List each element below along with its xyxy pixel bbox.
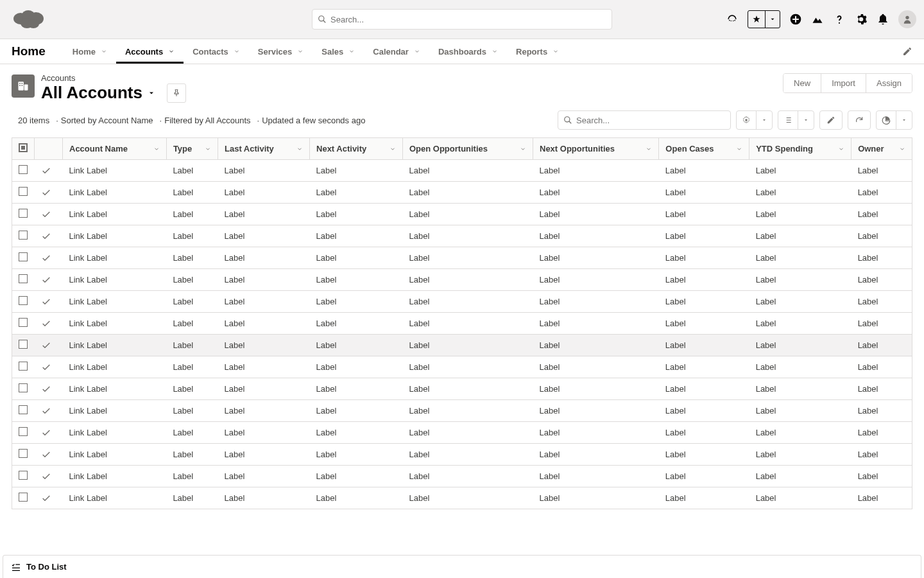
table-row[interactable]: Link LabelLabelLabelLabelLabelLabelLabel… bbox=[12, 313, 912, 335]
chart-menu[interactable] bbox=[876, 110, 912, 130]
column-menu-caret-icon[interactable] bbox=[520, 146, 526, 152]
row-checkbox[interactable] bbox=[19, 296, 28, 305]
import-button[interactable]: Import bbox=[821, 74, 866, 92]
row-checkbox[interactable] bbox=[19, 187, 28, 196]
column-menu-caret-icon[interactable] bbox=[646, 146, 652, 152]
table-row[interactable]: Link LabelLabelLabelLabelLabelLabelLabel… bbox=[12, 335, 912, 356]
column-header[interactable]: Next Opportunities bbox=[533, 138, 659, 160]
row-checkbox[interactable] bbox=[19, 383, 28, 392]
column-menu-caret-icon[interactable] bbox=[205, 146, 211, 152]
table-row[interactable]: Link LabelLabelLabelLabelLabelLabelLabel… bbox=[12, 291, 912, 313]
salesforce-logo-icon[interactable] bbox=[12, 8, 45, 30]
column-menu-caret-icon[interactable] bbox=[296, 146, 303, 152]
new-button[interactable]: New bbox=[783, 74, 821, 92]
table-row[interactable]: Link LabelLabelLabelLabelLabelLabelLabel… bbox=[12, 356, 912, 378]
nav-tab-reports[interactable]: Reports bbox=[507, 39, 568, 64]
table-row[interactable]: Link LabelLabelLabelLabelLabelLabelLabel… bbox=[12, 422, 912, 444]
list-view-selector[interactable]: All Accounts bbox=[41, 83, 155, 103]
row-checkbox[interactable] bbox=[19, 471, 28, 480]
column-header[interactable]: Last Activity bbox=[218, 138, 309, 160]
table-row[interactable]: Link LabelLabelLabelLabelLabelLabelLabel… bbox=[12, 269, 912, 291]
column-header[interactable]: Open Cases bbox=[659, 138, 749, 160]
row-checkbox[interactable] bbox=[19, 427, 28, 436]
caret-down-icon[interactable] bbox=[756, 111, 772, 129]
caret-down-icon[interactable] bbox=[798, 111, 814, 129]
account-name-cell[interactable]: Link Label bbox=[63, 160, 167, 182]
table-view-icon[interactable] bbox=[778, 111, 798, 129]
edit-nav-icon[interactable] bbox=[902, 46, 912, 57]
account-name-cell[interactable]: Link Label bbox=[63, 225, 167, 247]
nav-tab-accounts[interactable]: Accounts bbox=[116, 39, 184, 64]
column-header[interactable]: Owner bbox=[851, 138, 912, 160]
column-menu-caret-icon[interactable] bbox=[838, 146, 844, 152]
column-header[interactable]: Type bbox=[166, 138, 218, 160]
column-header[interactable]: YTD Spending bbox=[749, 138, 851, 160]
column-menu-caret-icon[interactable] bbox=[153, 146, 160, 152]
nav-tab-dashboards[interactable]: Dashboards bbox=[429, 39, 507, 64]
account-name-cell[interactable]: Link Label bbox=[63, 378, 167, 400]
select-all-checkbox[interactable] bbox=[19, 143, 28, 152]
add-icon[interactable] bbox=[789, 13, 802, 26]
table-row[interactable]: Link LabelLabelLabelLabelLabelLabelLabel… bbox=[12, 160, 912, 182]
star-icon[interactable] bbox=[748, 11, 765, 28]
row-checkbox[interactable] bbox=[19, 493, 28, 502]
account-name-cell[interactable]: Link Label bbox=[63, 356, 167, 378]
account-name-cell[interactable]: Link Label bbox=[63, 269, 167, 291]
account-name-cell[interactable]: Link Label bbox=[63, 335, 167, 356]
account-name-cell[interactable]: Link Label bbox=[63, 466, 167, 487]
pie-chart-icon[interactable] bbox=[877, 111, 896, 129]
user-avatar[interactable] bbox=[898, 10, 916, 28]
table-row[interactable]: Link LabelLabelLabelLabelLabelLabelLabel… bbox=[12, 182, 912, 204]
account-name-cell[interactable]: Link Label bbox=[63, 422, 167, 444]
row-checkbox[interactable] bbox=[19, 165, 28, 174]
refresh-button[interactable] bbox=[848, 110, 871, 130]
setup-help-icon[interactable] bbox=[726, 13, 739, 26]
row-checkbox[interactable] bbox=[19, 340, 28, 349]
favorites-menu[interactable] bbox=[748, 10, 780, 28]
column-header[interactable]: Next Activity bbox=[310, 138, 403, 160]
global-search-input[interactable] bbox=[327, 15, 606, 24]
row-checkbox[interactable] bbox=[19, 318, 28, 327]
edit-list-button[interactable] bbox=[819, 110, 843, 130]
trailblazer-icon[interactable] bbox=[811, 13, 824, 26]
todo-list-button[interactable]: To Do List bbox=[11, 562, 67, 572]
row-checkbox[interactable] bbox=[19, 449, 28, 458]
table-row[interactable]: Link LabelLabelLabelLabelLabelLabelLabel… bbox=[12, 400, 912, 422]
column-menu-caret-icon[interactable] bbox=[736, 146, 742, 152]
table-row[interactable]: Link LabelLabelLabelLabelLabelLabelLabel… bbox=[12, 444, 912, 466]
row-checkbox[interactable] bbox=[19, 209, 28, 218]
table-row[interactable]: Link LabelLabelLabelLabelLabelLabelLabel… bbox=[12, 487, 912, 509]
nav-tab-sales[interactable]: Sales bbox=[312, 39, 364, 64]
assign-button[interactable]: Assign bbox=[866, 74, 912, 92]
list-search-input[interactable] bbox=[572, 116, 725, 125]
table-row[interactable]: Link LabelLabelLabelLabelLabelLabelLabel… bbox=[12, 204, 912, 225]
column-header[interactable]: Open Opportunities bbox=[402, 138, 533, 160]
list-settings-menu[interactable] bbox=[736, 110, 773, 130]
nav-tab-calendar[interactable]: Calendar bbox=[364, 39, 429, 64]
table-row[interactable]: Link LabelLabelLabelLabelLabelLabelLabel… bbox=[12, 378, 912, 400]
account-name-cell[interactable]: Link Label bbox=[63, 204, 167, 225]
display-as-menu[interactable] bbox=[778, 110, 814, 130]
nav-tab-services[interactable]: Services bbox=[249, 39, 313, 64]
nav-tab-home[interactable]: Home bbox=[64, 39, 116, 64]
nav-tab-contacts[interactable]: Contacts bbox=[184, 39, 249, 64]
row-checkbox[interactable] bbox=[19, 231, 28, 240]
account-name-cell[interactable]: Link Label bbox=[63, 444, 167, 466]
account-name-cell[interactable]: Link Label bbox=[63, 247, 167, 269]
column-header[interactable]: Account Name bbox=[63, 138, 167, 160]
row-checkbox[interactable] bbox=[19, 405, 28, 414]
account-name-cell[interactable]: Link Label bbox=[63, 400, 167, 422]
pin-list-button[interactable] bbox=[167, 83, 186, 103]
bell-icon[interactable] bbox=[877, 13, 889, 26]
help-icon[interactable] bbox=[833, 13, 846, 26]
table-row[interactable]: Link LabelLabelLabelLabelLabelLabelLabel… bbox=[12, 225, 912, 247]
account-name-cell[interactable]: Link Label bbox=[63, 182, 167, 204]
column-menu-caret-icon[interactable] bbox=[899, 146, 905, 152]
account-name-cell[interactable]: Link Label bbox=[63, 487, 167, 509]
table-row[interactable]: Link LabelLabelLabelLabelLabelLabelLabel… bbox=[12, 466, 912, 487]
gear-icon[interactable] bbox=[855, 13, 868, 26]
account-name-cell[interactable]: Link Label bbox=[63, 291, 167, 313]
row-checkbox[interactable] bbox=[19, 362, 28, 371]
column-menu-caret-icon[interactable] bbox=[389, 146, 396, 152]
favorites-caret-icon[interactable] bbox=[765, 11, 780, 28]
